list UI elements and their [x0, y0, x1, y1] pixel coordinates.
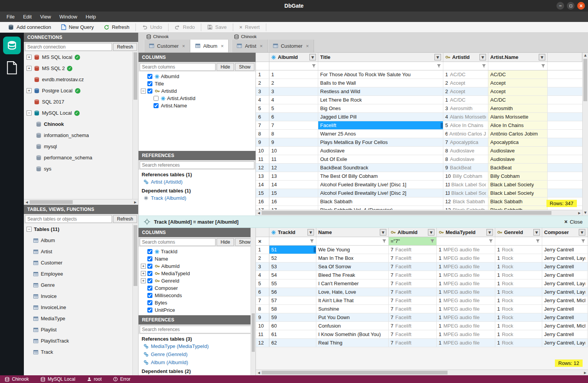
grid-cell[interactable]: Real Thing	[316, 339, 389, 347]
grid-cell[interactable]: 4	[269, 96, 318, 104]
grid-cell[interactable]: 7Facelift	[389, 246, 437, 254]
connection-item-ms-sql-2[interactable]: +MS SQL 2✓	[24, 63, 138, 74]
chevron-down-icon[interactable]: ▼	[428, 229, 434, 236]
grid-cell[interactable]: 8Audioslave	[443, 155, 488, 163]
table-item-invoice[interactable]: Invoice	[24, 291, 138, 302]
grid-cell[interactable]: 7Facelift	[389, 271, 437, 279]
columns-search-input[interactable]	[140, 63, 215, 71]
column-checkbox[interactable]	[154, 96, 159, 101]
grid-cell[interactable]: 1MPEG audio file	[437, 339, 495, 347]
filter-funnel-icon[interactable]	[382, 239, 386, 243]
column-checkbox[interactable]	[147, 74, 152, 79]
row-number[interactable]: 11	[256, 155, 269, 163]
grid-cell[interactable]: We Die Young	[316, 246, 389, 254]
scroll-thumb[interactable]	[583, 59, 587, 101]
filter-funnel-icon[interactable]	[541, 64, 545, 68]
chevron-down-icon[interactable]: ▼	[486, 229, 493, 236]
row-number[interactable]: 7	[256, 121, 269, 129]
grid-cell[interactable]: Facelift	[318, 121, 443, 129]
tab-album[interactable]: Album×	[190, 40, 229, 52]
grid-cell[interactable]: 11Black Label Society	[443, 189, 488, 197]
row-number[interactable]: 3	[256, 87, 269, 95]
references-search-input[interactable]	[140, 161, 254, 169]
row-number[interactable]: 12	[256, 339, 269, 347]
grid-hscrollbar[interactable]: ◀▶	[256, 370, 588, 375]
column-item-composer[interactable]: Composer	[139, 284, 256, 292]
grid-cell[interactable]: 1AC/DC	[443, 70, 488, 79]
grid-cell[interactable]: Jerry Cantrell, Michael Starr, Sean Kinn…	[542, 296, 588, 304]
grid-cell[interactable]: 1Rock	[495, 271, 542, 279]
grid-cell[interactable]: 1MPEG audio file	[437, 254, 495, 262]
row-number[interactable]: 2	[256, 254, 269, 262]
grid-cell[interactable]: 2	[269, 79, 318, 87]
grid-cell[interactable]: 53	[269, 263, 316, 271]
reference-link-album-albumid[interactable]: Album (AlbumId)	[139, 358, 256, 366]
table-item-track[interactable]: Track	[24, 346, 138, 358]
scroll-thumb[interactable]	[262, 211, 551, 215]
column-item-trackid[interactable]: TrackId	[139, 248, 256, 255]
column-header-artistid[interactable]: ArtistId▼	[443, 53, 488, 62]
grid-cell[interactable]: Audioslave	[318, 147, 443, 155]
columns-search-input[interactable]	[140, 238, 215, 246]
grid-cell[interactable]: Black Sabbath	[488, 197, 548, 206]
expander-icon[interactable]: −	[27, 227, 32, 232]
filter-cell-genreid[interactable]	[495, 237, 542, 245]
scroll-thumb[interactable]	[252, 313, 255, 352]
filter-funnel-icon[interactable]	[437, 64, 441, 68]
filter-funnel-icon[interactable]	[312, 64, 316, 68]
close-reference-button[interactable]: × Close	[565, 219, 583, 225]
grid-cell[interactable]: Balls to the Wall	[318, 79, 443, 87]
grid-cell[interactable]: 12	[269, 164, 318, 172]
row-number[interactable]: 10	[256, 322, 269, 330]
table-item-playlist[interactable]: Playlist	[24, 324, 138, 335]
row-number[interactable]: 8	[256, 130, 269, 138]
grid-cell[interactable]: 1MPEG audio file	[437, 313, 495, 321]
column-item-milliseconds[interactable]: Milliseconds	[139, 292, 256, 299]
row-number[interactable]: 2	[256, 79, 269, 87]
hide-button[interactable]: Hide	[217, 238, 234, 246]
connection-item-ms-sql-local[interactable]: +MS SQL local✓	[24, 52, 138, 63]
tab-close-icon[interactable]: ×	[306, 43, 309, 49]
grid-cell[interactable]: 1Rock	[495, 263, 542, 271]
connection-item-evrdb-metrostav-cz[interactable]: evrdb.metrostav.cz	[24, 74, 138, 85]
expander-icon[interactable]: +	[27, 55, 32, 60]
expander-icon[interactable]: +	[141, 278, 146, 283]
grid-cell[interactable]: 51	[269, 246, 316, 254]
grid-cell[interactable]: I Know Somethin (Bout You)	[316, 330, 389, 338]
connections-refresh-button[interactable]: Refresh	[113, 43, 137, 51]
filter-gutter[interactable]: ×	[256, 237, 269, 245]
menu-file[interactable]: File	[2, 12, 19, 21]
column-header-title[interactable]: Title▼	[318, 53, 443, 62]
grid-cell[interactable]: Alanis Morissette	[488, 113, 548, 121]
grid-cell[interactable]: Jerry Cantrell, Layne Staley	[542, 288, 588, 296]
table-item-invoiceline[interactable]: InvoiceLine	[24, 302, 138, 313]
row-number[interactable]: 5	[256, 279, 269, 288]
tab-close-icon[interactable]: ×	[182, 43, 185, 49]
connection-item-mysql[interactable]: mysql	[24, 141, 138, 152]
column-header-name[interactable]: Name▼	[316, 228, 389, 237]
grid-cell[interactable]: 1	[269, 70, 318, 79]
grid-cell[interactable]: 1Rock	[495, 254, 542, 262]
grid-cell[interactable]: 1Rock	[495, 313, 542, 321]
row-number[interactable]: 11	[256, 330, 269, 338]
expander-icon[interactable]: +	[27, 66, 32, 71]
grid-cell[interactable]: 58	[269, 305, 316, 313]
column-item-mediatypeid[interactable]: +MediaTypeId	[139, 270, 256, 277]
reference-link-genre-genreid[interactable]: Genre (GenreId)	[139, 350, 256, 358]
grid-cell[interactable]: 54	[269, 271, 316, 279]
grid-cell[interactable]: 1Rock	[495, 330, 542, 338]
column-header-composer[interactable]: Composer▼	[542, 228, 588, 237]
scroll-right-icon[interactable]: ▶	[582, 371, 588, 375]
chevron-down-icon[interactable]: ▼	[579, 229, 585, 236]
filter-cell-name[interactable]	[316, 237, 389, 245]
grid-cell[interactable]: 5	[269, 104, 318, 112]
grid-cell[interactable]: 55	[269, 279, 316, 288]
tab-customer[interactable]: Customer×	[268, 40, 314, 52]
column-checkbox[interactable]	[147, 286, 152, 291]
connections-vscrollbar[interactable]	[132, 52, 138, 199]
row-number[interactable]: 9	[256, 138, 269, 146]
grid-cell[interactable]: Black Label Society	[488, 189, 548, 197]
hide-button[interactable]: Hide	[217, 63, 234, 71]
column-checkbox[interactable]	[147, 264, 152, 269]
filter-funnel-icon[interactable]	[489, 239, 493, 243]
